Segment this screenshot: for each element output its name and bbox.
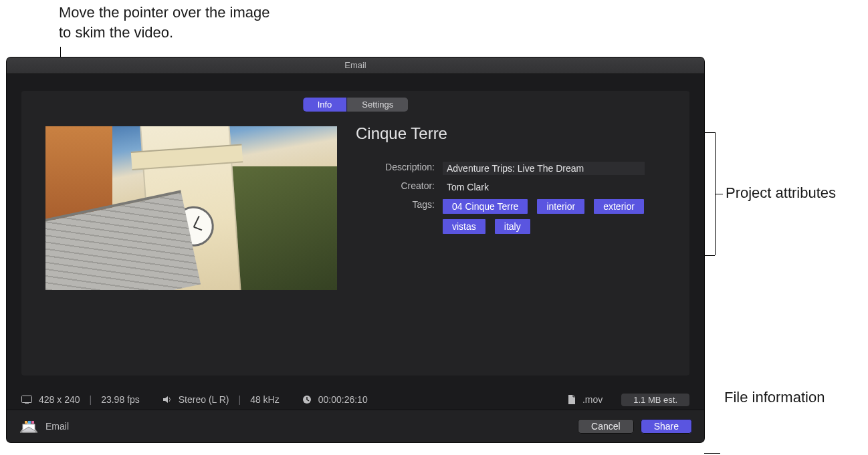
content-area: Info Settings Cinque Terre Description: … [21, 91, 689, 375]
svg-marker-2 [163, 396, 168, 403]
destination-label: Email [45, 421, 69, 432]
row-tags: Tags: 04 Cinque Terre interior exterior … [356, 199, 669, 234]
window-titlebar: Email [7, 57, 704, 74]
tag-chip[interactable]: interior [537, 199, 584, 214]
share-button[interactable]: Share [641, 419, 692, 434]
tag-chip[interactable]: 04 Cinque Terre [443, 199, 528, 214]
file-icon [568, 395, 576, 404]
label-tags: Tags: [356, 199, 443, 210]
callout-fileinfo-text: File information [724, 389, 825, 406]
callout-skim-text: Move the pointer over the image to skim … [59, 4, 270, 41]
bracket-attr-mid [715, 194, 723, 194]
video-thumbnail[interactable] [45, 126, 337, 290]
ext-value: .mov [582, 394, 603, 405]
tabs: Info Settings [303, 98, 409, 112]
creator-field[interactable]: Tom Clark [443, 180, 645, 194]
label-description: Description: [356, 162, 443, 172]
callout-attributes: Project attributes [726, 183, 859, 203]
row-description: Description: Adventure Trips: Live The D… [356, 162, 669, 175]
resolution-value: 428 x 240 [39, 394, 80, 405]
clock-icon [302, 395, 312, 404]
tab-info-label: Info [318, 100, 332, 110]
separator: | [87, 394, 95, 405]
samplerate-value: 48 kHz [250, 394, 280, 405]
window-title: Email [344, 60, 366, 70]
callout-attributes-text: Project attributes [726, 184, 836, 201]
tags-field[interactable]: 04 Cinque Terre interior exterior vistas… [443, 199, 657, 234]
tab-info[interactable]: Info [303, 98, 348, 112]
svg-rect-7 [25, 421, 27, 424]
tab-settings[interactable]: Settings [347, 98, 408, 112]
tag-chip[interactable]: exterior [594, 199, 644, 214]
svg-rect-1 [25, 403, 29, 404]
fileinfo-bar: 428 x 240 | 23.98 fps Stereo (L R) | 48 … [7, 389, 704, 410]
svg-rect-9 [31, 421, 34, 424]
tab-settings-label: Settings [362, 100, 393, 110]
project-attributes: Cinque Terre Description: Adventure Trip… [356, 124, 669, 239]
callout-skim: Move the pointer over the image to skim … [59, 3, 273, 42]
email-icon [19, 419, 39, 434]
callout-fileinfo-line [704, 453, 720, 454]
svg-rect-8 [28, 421, 31, 424]
svg-rect-0 [22, 396, 32, 403]
dialog-footer: Email Cancel Share [7, 410, 704, 442]
bracket-attr-top [704, 132, 715, 133]
share-dialog: Email Info Settings Cinque Terre Descrip… [7, 57, 704, 442]
cancel-button[interactable]: Cancel [578, 419, 634, 434]
callout-fileinfo: File information [724, 388, 825, 408]
duration-value: 00:00:26:10 [318, 394, 368, 405]
tag-chip[interactable]: vistas [443, 219, 485, 234]
audio-value: Stereo (L R) [179, 394, 229, 405]
tag-chip[interactable]: italy [495, 219, 530, 234]
speaker-icon [162, 396, 172, 404]
description-field[interactable]: Adventure Trips: Live The Dream [443, 162, 645, 175]
label-creator: Creator: [356, 180, 443, 191]
filesize-button[interactable]: 1.1 MB est. [621, 394, 689, 406]
separator: | [235, 394, 243, 405]
display-icon [21, 396, 32, 404]
row-creator: Creator: Tom Clark [356, 180, 669, 194]
project-title: Cinque Terre [356, 124, 669, 143]
fps-value: 23.98 fps [101, 394, 140, 405]
bracket-attr-bot [704, 255, 715, 256]
